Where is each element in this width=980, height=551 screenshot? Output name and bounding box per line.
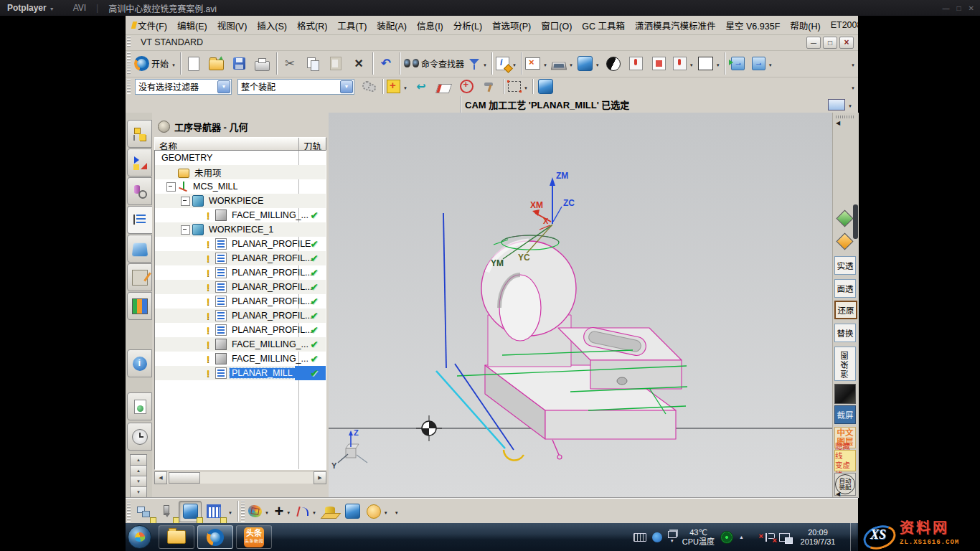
menu-item[interactable]: 视图(V) [212, 17, 253, 34]
toolbar-grip[interactable] [127, 52, 131, 75]
dropdown-arrow-icon[interactable] [340, 80, 353, 93]
sphere-surface-button[interactable] [247, 501, 270, 522]
keyboard-tray-icon[interactable] [633, 533, 646, 542]
new-file-button[interactable] [183, 54, 204, 74]
menu-item[interactable]: 星空 V6.935F [721, 17, 786, 34]
table-row[interactable]: 未用项 [155, 165, 326, 179]
contrast-button[interactable] [603, 54, 624, 74]
toolbar-grip[interactable] [836, 116, 854, 118]
collapse-left-icon[interactable]: ◀ [836, 120, 840, 126]
display-mode-button[interactable] [550, 54, 575, 74]
rectangle-select-button[interactable] [507, 77, 529, 97]
import-part-button[interactable] [750, 54, 774, 74]
create-tool-button[interactable] [156, 501, 177, 522]
viewport-canvas[interactable]: ZM ZC XM X YM YC [329, 113, 832, 498]
dropdown-arrow-icon[interactable] [217, 80, 230, 93]
menu-item[interactable]: 装配(A) [372, 17, 412, 34]
tab-assembly-navigator[interactable] [127, 120, 152, 148]
table-row[interactable]: PLANAR_PROFILE [155, 237, 326, 251]
window-close-button[interactable] [839, 37, 854, 49]
toolbar-overflow-icon[interactable] [851, 82, 855, 92]
navigator-hscrollbar[interactable]: ◀ ▶ [154, 472, 326, 484]
tab-machine-tool-navigator[interactable] [127, 235, 152, 263]
start-menu-button[interactable]: 开始 [133, 54, 177, 74]
replace-button[interactable]: 替换 [834, 324, 856, 342]
menu-item[interactable]: 文件(F) [133, 17, 172, 34]
taskbar-clock[interactable]: 20:09 2019/7/31 [796, 528, 840, 547]
tab-library[interactable] [127, 292, 152, 320]
create-program-button[interactable] [133, 501, 154, 522]
open-file-button[interactable] [206, 54, 227, 74]
info-button[interactable] [494, 54, 518, 74]
fan-monitor-tray-icon[interactable] [720, 531, 733, 544]
tab-part-navigator[interactable] [127, 177, 152, 205]
block-button[interactable] [342, 501, 364, 522]
tray-expand-icon[interactable]: ▲ [739, 534, 744, 540]
menu-item[interactable]: 工具(T) [332, 17, 372, 34]
menu-item[interactable]: 插入(S) [252, 17, 292, 34]
table-row[interactable]: FACE_MILLING_... [155, 337, 326, 352]
macro-diamond-green-button[interactable] [834, 207, 854, 229]
status-overflow-icon[interactable] [848, 100, 852, 110]
status-mini-window-icon[interactable] [828, 99, 845, 110]
restore-button[interactable]: 还原 [834, 301, 857, 319]
general-selection-button[interactable] [358, 77, 380, 97]
table-row[interactable]: PLANAR_PROFIL... [155, 265, 326, 280]
toolbar-grip[interactable] [127, 37, 131, 48]
rotate-point-button[interactable] [456, 77, 478, 97]
render-image-button[interactable]: 渲染图 [834, 347, 856, 381]
show-desktop-button[interactable] [850, 523, 857, 551]
expander-minus-icon[interactable] [181, 225, 190, 235]
eraser-button[interactable] [433, 77, 455, 97]
table-row[interactable]: PLANAR_PROFIL... [155, 294, 326, 309]
background-button[interactable] [697, 54, 722, 74]
viewport-3d[interactable]: ZM ZC XM X YM YC [329, 113, 832, 498]
toolbar-grip[interactable] [241, 501, 245, 522]
selection-filter-dropdown[interactable]: 没有选择过滤器 [135, 79, 232, 95]
screenshot-button[interactable]: 截屏 [834, 405, 856, 424]
create-method-button[interactable] [203, 501, 225, 522]
toolbar-grip[interactable] [127, 501, 131, 522]
scroll-down-button[interactable]: ▼ [130, 476, 147, 487]
shaded-view-button[interactable] [576, 54, 601, 74]
menu-item[interactable]: 信息(I) [412, 17, 448, 34]
menu-item[interactable]: 窗口(O) [536, 17, 577, 34]
create-geometry-button[interactable] [179, 501, 202, 522]
command-finder-button[interactable]: 命令查找器 [402, 54, 466, 74]
table-row[interactable]: FACE_MILLING_... [155, 208, 326, 222]
scrollbar-thumb[interactable] [169, 472, 200, 484]
taskbar-nx-button[interactable] [197, 525, 233, 549]
toolbar-overflow-icon[interactable] [228, 507, 232, 517]
macro-diamond-orange-button[interactable] [834, 230, 854, 252]
tab-reuse-library[interactable] [127, 263, 152, 291]
export-part-button[interactable] [727, 54, 749, 74]
tab-operation-navigator[interactable] [127, 206, 154, 234]
show-solid-button[interactable] [649, 54, 670, 74]
table-row[interactable]: PLANAR_MILL [155, 366, 326, 380]
collapse-left-icon[interactable]: ◀ [836, 491, 840, 497]
cpu-temperature-readout[interactable]: 43℃ CPU温度 [682, 528, 715, 547]
curve-button[interactable] [295, 501, 318, 522]
taskbar-toutiao-button[interactable]: 头条 头条新闻 [236, 525, 272, 549]
paste-button[interactable] [325, 54, 347, 74]
help-tray-icon[interactable] [652, 532, 662, 542]
copy-button[interactable] [302, 54, 324, 74]
show-wcs-button[interactable] [626, 54, 647, 74]
toolbar-overflow-icon[interactable] [851, 59, 855, 69]
table-row[interactable]: WORKPIECE_1 [155, 222, 326, 237]
tab-history[interactable] [127, 423, 152, 451]
table-row[interactable]: WORKPIECE [155, 194, 326, 208]
scroll-up-button[interactable]: ▲ [130, 465, 147, 476]
window-minimize-button[interactable] [806, 37, 821, 49]
scroll-first-button[interactable]: ▲ [130, 454, 147, 466]
menu-item[interactable]: 潇洒模具汽模标准件 [630, 17, 721, 34]
extrude-button[interactable] [319, 501, 341, 522]
tab-constraint-navigator[interactable] [127, 149, 152, 176]
scroll-left-icon[interactable]: ◀ [154, 471, 167, 484]
start-button[interactable] [128, 525, 151, 549]
delete-button[interactable] [348, 54, 369, 74]
potplayer-menu[interactable]: Potplayer [7, 3, 47, 13]
menu-item[interactable]: 帮助(H) [785, 17, 825, 34]
navigator-tree[interactable]: GEOMETRY 未用项 [154, 150, 326, 470]
solid-translucent-button[interactable]: 实透 [834, 256, 856, 275]
